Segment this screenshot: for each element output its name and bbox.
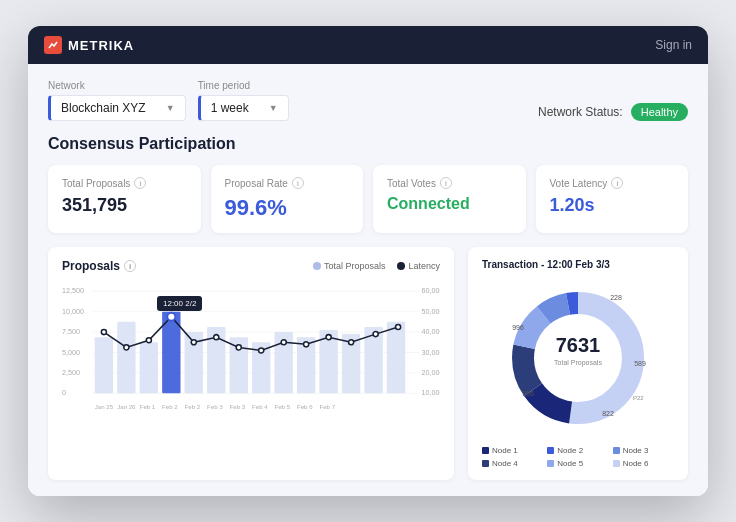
legend-label-proposals: Total Proposals	[324, 261, 386, 271]
svg-text:Jan 26: Jan 26	[117, 403, 136, 410]
svg-text:2,500: 2,500	[62, 369, 80, 377]
metric-value-votes: Connected	[387, 195, 512, 213]
metric-card-latency: Vote Latency i 1.20s	[536, 165, 689, 233]
svg-text:7631: 7631	[556, 334, 601, 356]
svg-text:589: 589	[634, 360, 646, 367]
legend-node2: Node 2	[547, 446, 608, 455]
svg-text:P22: P22	[633, 395, 644, 401]
svg-text:996: 996	[522, 390, 534, 397]
svg-point-35	[167, 313, 175, 321]
svg-point-44	[373, 332, 378, 337]
svg-text:5,000: 5,000	[62, 349, 80, 357]
chart-legend: Total Proposals Latency	[313, 261, 440, 271]
dot-node4	[482, 460, 489, 467]
legend-dot-latency	[397, 262, 405, 270]
svg-rect-18	[95, 337, 113, 393]
metric-label-latency: Vote Latency i	[550, 177, 675, 189]
status-label: Network Status:	[538, 105, 623, 119]
legend-dot-proposals	[313, 262, 321, 270]
chevron-down-icon-2: ▼	[269, 103, 278, 113]
label-node1: Node 1	[492, 446, 518, 455]
metric-card-votes: Total Votes i Connected	[373, 165, 526, 233]
svg-point-36	[191, 340, 196, 345]
svg-point-32	[101, 330, 106, 335]
svg-point-40	[281, 340, 286, 345]
network-dropdown[interactable]: Blockchain XYZ ▼	[48, 95, 186, 121]
metric-label-proposals: Total Proposals i	[62, 177, 187, 189]
donut-title: Transaction - 12:00 Feb 3/3	[482, 259, 674, 270]
legend-label-latency: Latency	[408, 261, 440, 271]
donut-card: Transaction - 12:00 Feb 3/3	[468, 247, 688, 480]
svg-text:60,000: 60,000	[422, 287, 440, 295]
svg-text:Feb 2: Feb 2	[185, 403, 201, 410]
section-title: Consensus Participation	[48, 135, 688, 153]
signin-button[interactable]: Sign in	[655, 38, 692, 52]
chart-area: 12:00 2/2 12,500 10,000 7,500 5,000 2,50…	[62, 281, 440, 411]
network-status: Network Status: Healthy	[538, 103, 688, 121]
svg-text:822: 822	[602, 410, 614, 417]
svg-text:Jan 25: Jan 25	[95, 403, 114, 410]
svg-text:Feb 3: Feb 3	[207, 403, 223, 410]
period-label: Time period	[198, 80, 289, 91]
legend-node1: Node 1	[482, 446, 543, 455]
svg-text:Feb 4: Feb 4	[252, 403, 268, 410]
legend-node6: Node 6	[613, 459, 674, 468]
chart-title: Proposals i	[62, 259, 136, 273]
metric-card-rate: Proposal Rate i 99.6%	[211, 165, 364, 233]
info-icon-4: i	[611, 177, 623, 189]
svg-text:996: 996	[512, 324, 524, 331]
svg-point-41	[304, 342, 309, 347]
label-node4: Node 4	[492, 459, 518, 468]
svg-text:Total Proposals: Total Proposals	[554, 359, 602, 367]
metric-card-proposals: Total Proposals i 351,795	[48, 165, 201, 233]
chart-svg: 12,500 10,000 7,500 5,000 2,500 0 60,000…	[62, 281, 440, 414]
bottom-row: Proposals i Total Proposals Latency	[48, 247, 688, 480]
legend-proposals: Total Proposals	[313, 261, 386, 271]
donut-container: 7631 Total Proposals 228 589 822 996 996…	[482, 278, 674, 438]
legend-node4: Node 4	[482, 459, 543, 468]
info-icon-chart: i	[124, 260, 136, 272]
dot-node2	[547, 447, 554, 454]
svg-rect-20	[140, 342, 158, 393]
network-value: Blockchain XYZ	[61, 101, 146, 115]
svg-text:Feb 6: Feb 6	[297, 403, 313, 410]
metrics-row: Total Proposals i 351,795 Proposal Rate …	[48, 165, 688, 233]
period-value: 1 week	[211, 101, 249, 115]
svg-text:0: 0	[62, 389, 66, 397]
label-node6: Node 6	[623, 459, 649, 468]
svg-text:Feb 5: Feb 5	[274, 403, 290, 410]
metric-label-rate: Proposal Rate i	[225, 177, 350, 189]
legend-node3: Node 3	[613, 446, 674, 455]
logo-icon	[44, 36, 62, 54]
svg-text:10,000: 10,000	[422, 389, 440, 397]
dot-node3	[613, 447, 620, 454]
controls-left: Network Blockchain XYZ ▼ Time period 1 w…	[48, 80, 289, 121]
svg-text:50,000: 50,000	[422, 308, 440, 316]
info-icon: i	[134, 177, 146, 189]
label-node5: Node 5	[557, 459, 583, 468]
metric-value-proposals: 351,795	[62, 195, 187, 216]
network-label: Network	[48, 80, 186, 91]
svg-text:Feb 3: Feb 3	[230, 403, 246, 410]
legend-node5: Node 5	[547, 459, 608, 468]
main-content: Network Blockchain XYZ ▼ Time period 1 w…	[28, 64, 708, 496]
info-icon-2: i	[292, 177, 304, 189]
chart-card: Proposals i Total Proposals Latency	[48, 247, 454, 480]
period-control: Time period 1 week ▼	[198, 80, 289, 121]
dot-node5	[547, 460, 554, 467]
svg-point-39	[259, 348, 264, 353]
svg-point-45	[396, 324, 401, 329]
svg-text:Feb 2: Feb 2	[162, 403, 178, 410]
svg-text:7,500: 7,500	[62, 328, 80, 336]
svg-text:Feb 7: Feb 7	[319, 403, 335, 410]
donut-legend: Node 1 Node 2 Node 3 Node 4	[482, 446, 674, 468]
network-control: Network Blockchain XYZ ▼	[48, 80, 186, 121]
svg-text:40,000: 40,000	[422, 328, 440, 336]
chevron-down-icon: ▼	[166, 103, 175, 113]
svg-point-37	[214, 335, 219, 340]
metric-label-votes: Total Votes i	[387, 177, 512, 189]
metric-value-latency: 1.20s	[550, 195, 675, 216]
label-node3: Node 3	[623, 446, 649, 455]
svg-rect-31	[387, 322, 405, 394]
period-dropdown[interactable]: 1 week ▼	[198, 95, 289, 121]
